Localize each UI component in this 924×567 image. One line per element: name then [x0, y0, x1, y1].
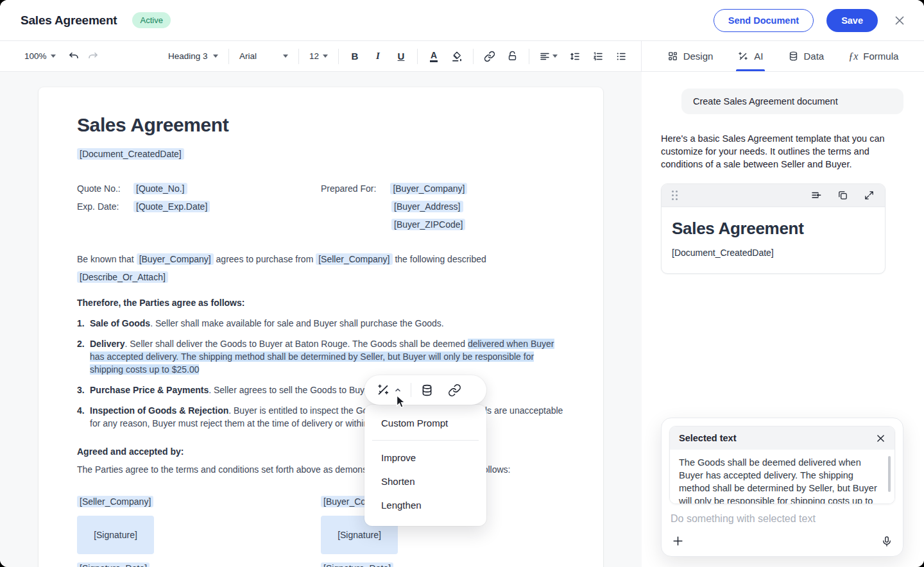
menu-item-custom-prompt[interactable]: Custom Prompt	[364, 411, 486, 435]
ai-wand-button[interactable]	[376, 383, 390, 397]
clause-list: 1.Sale of Goods. Seller shall make avail…	[77, 317, 565, 430]
selected-text-label: Selected text	[679, 433, 736, 443]
tab-design[interactable]: Design	[667, 41, 714, 71]
document-heading[interactable]: Sales Agreement	[77, 113, 565, 137]
signature-field[interactable]: [Signature]	[77, 516, 154, 554]
align-left-button[interactable]	[536, 47, 561, 66]
field-token-created-date[interactable]: [Document_CreatedDate]	[77, 148, 184, 160]
list-item[interactable]: 4.Inspection of Goods & Rejection. Buyer…	[77, 404, 565, 430]
send-document-button[interactable]: Send Document	[714, 9, 814, 32]
design-grid-icon	[667, 51, 678, 62]
quote-no-label: Quote No.:	[77, 180, 133, 198]
redo-button[interactable]	[83, 47, 103, 66]
composer-input[interactable]: Do something with selected text	[671, 513, 894, 525]
list-item[interactable]: 1.Sale of Goods. Seller shall make avail…	[77, 317, 565, 330]
chevron-down-icon	[213, 55, 218, 58]
link-button[interactable]	[480, 47, 499, 66]
underline-button[interactable]: U	[391, 47, 411, 66]
field-token-buyer-zip[interactable]: [Buyer_ZIPCode]	[391, 219, 465, 230]
close-icon[interactable]	[891, 12, 909, 30]
ai-panel: Create Sales Agreement document Here's a…	[642, 72, 924, 567]
chevron-down-icon	[283, 55, 288, 58]
selected-text-content[interactable]: The Goods shall be deemed delivered when…	[670, 450, 894, 504]
selection-toolbar	[364, 375, 486, 405]
line-spacing-button[interactable]	[565, 47, 585, 66]
top-header: Sales Agreement Active Send Document Sav…	[0, 0, 924, 41]
field-token-signature-date[interactable]: [Signature_Date]	[321, 563, 393, 567]
italic-button[interactable]: I	[368, 47, 388, 66]
text-color-button[interactable]: A	[424, 47, 443, 66]
user-prompt-bubble: Create Sales Agreement document	[681, 89, 903, 114]
list-item[interactable]: 3.Purchase Price & Payments. Seller agre…	[77, 384, 565, 396]
link-button[interactable]	[448, 384, 461, 397]
close-icon[interactable]	[876, 434, 886, 443]
prepared-for-label: Prepared For:	[321, 180, 376, 198]
field-token-signature-date[interactable]: [Signature_Date]	[77, 563, 150, 567]
insert-field-button[interactable]	[420, 384, 434, 397]
field-token-describe[interactable]: [Describe_Or_Attach]	[77, 271, 168, 283]
document-meta: Quote No.:[Quote_No.] Exp. Date:[Quote_E…	[77, 180, 565, 233]
therefore-heading[interactable]: Therefore, the Parties agree as follows:	[77, 296, 565, 309]
field-token-seller-company[interactable]: [Seller_Company]	[316, 253, 392, 265]
intro-paragraph[interactable]: Be known that [Buyer_Company] agrees to …	[77, 250, 565, 286]
list-item[interactable]: 2.Delivery. Seller shall deliver the Goo…	[77, 337, 565, 376]
expand-icon[interactable]	[864, 190, 875, 201]
highlight-color-button[interactable]	[447, 47, 466, 66]
panel-tabs: Design AI Data ƒx Formula	[642, 41, 924, 71]
ai-composer[interactable]: Selected text The Goods shall be deemed …	[661, 418, 903, 557]
document-page[interactable]: Sales Agreement [Document_CreatedDate] Q…	[38, 87, 603, 567]
signature-section: [Seller_Company] [Signature] [Signature_…	[77, 496, 565, 567]
chevron-up-icon[interactable]	[394, 386, 402, 394]
selected-text-card: Selected text The Goods shall be deemed …	[669, 426, 895, 504]
menu-item-improve[interactable]: Improve	[364, 446, 486, 470]
insert-into-doc-icon[interactable]	[810, 190, 822, 201]
app-window: Sales Agreement Active Send Document Sav…	[0, 0, 924, 567]
formula-icon: ƒx	[848, 51, 858, 62]
drag-handle-icon[interactable]	[672, 190, 678, 200]
ai-actions-menu: Custom Prompt Improve Shorten Lengthen	[364, 405, 486, 526]
tab-ai[interactable]: AI	[737, 41, 763, 71]
database-icon	[788, 51, 799, 62]
mic-icon[interactable]	[881, 536, 893, 547]
paragraph-style-select[interactable]: Heading 3	[164, 49, 222, 63]
ai-wand-icon	[737, 51, 749, 62]
ai-preview-card: Sales Agreement [Document_CreatedDate]	[661, 183, 886, 274]
save-button[interactable]: Save	[826, 9, 878, 32]
plus-icon[interactable]	[672, 535, 684, 547]
preview-date-token: [Document_CreatedDate]	[672, 248, 875, 258]
font-family-select[interactable]: Arial	[235, 49, 292, 63]
menu-item-lengthen[interactable]: Lengthen	[364, 493, 486, 517]
copy-icon[interactable]	[837, 190, 848, 201]
editor-toolbar: 100% Heading 3 Arial 12 B I	[0, 41, 642, 71]
agreed-heading[interactable]: Agreed and accepted by:	[77, 445, 565, 458]
menu-item-shorten[interactable]: Shorten	[364, 470, 486, 493]
field-token-buyer-company[interactable]: [Buyer_Company]	[390, 183, 467, 194]
document-canvas[interactable]: Sales Agreement [Document_CreatedDate] Q…	[0, 72, 642, 567]
chevron-down-icon	[323, 55, 328, 58]
field-token-quote-no[interactable]: [Quote_No.]	[133, 183, 187, 194]
cursor-pointer-icon	[394, 394, 407, 409]
status-badge: Active	[132, 12, 170, 28]
zoom-select[interactable]: 100%	[21, 49, 60, 63]
bullet-list-button[interactable]	[612, 47, 631, 66]
tab-data[interactable]: Data	[788, 41, 825, 71]
font-size-select[interactable]: 12	[305, 49, 332, 63]
bold-button[interactable]: B	[345, 47, 364, 66]
field-token-buyer-company[interactable]: [Buyer_Company]	[137, 253, 214, 265]
undo-button[interactable]	[65, 47, 84, 66]
preview-title: Sales Agreement	[672, 219, 875, 239]
unlock-button[interactable]	[503, 47, 522, 66]
numbered-list-button[interactable]	[588, 47, 608, 66]
field-token-buyer-address[interactable]: [Buyer_Address]	[391, 201, 463, 212]
chevron-down-icon	[552, 55, 558, 58]
page-title: Sales Agreement	[21, 13, 117, 28]
scrollbar-thumb[interactable]	[888, 456, 891, 492]
ai-response-text: Here's a basic Sales Agreement template …	[661, 132, 898, 171]
chevron-down-icon	[51, 55, 56, 58]
exp-date-label: Exp. Date:	[77, 198, 133, 216]
tab-formula[interactable]: ƒx Formula	[848, 41, 898, 71]
field-token-exp-date[interactable]: [Quote_Exp.Date]	[133, 201, 210, 212]
field-token-seller-company[interactable]: [Seller_Company]	[77, 496, 153, 507]
parties-line[interactable]: The Parties agree to the terms and condi…	[77, 463, 565, 476]
